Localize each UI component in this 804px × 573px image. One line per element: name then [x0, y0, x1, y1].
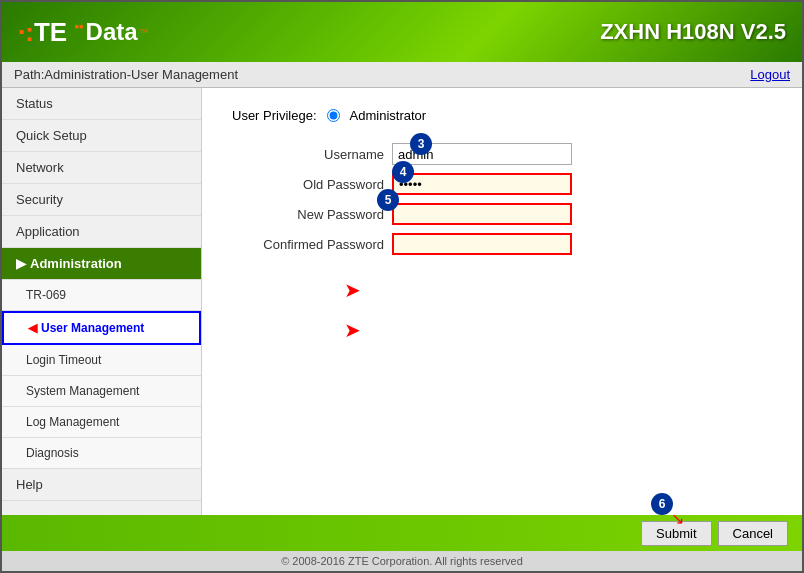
arrow-icon-2: ◀ — [28, 321, 37, 335]
sidebar-item-system-management[interactable]: System Management — [2, 376, 201, 407]
sidebar: Status Quick Setup Network Security Appl… — [2, 88, 202, 515]
sidebar-item-quick-setup[interactable]: Quick Setup — [2, 120, 201, 152]
path-bar: Path:Administration-User Management Logo… — [2, 62, 802, 88]
cancel-button[interactable]: Cancel — [718, 521, 788, 546]
user-privilege-row: User Privilege: Administrator — [232, 108, 772, 123]
form-container: 3 4 5 Username Old Password — [232, 143, 772, 255]
sidebar-item-log-management[interactable]: Log Management — [2, 407, 201, 438]
breadcrumb: Path:Administration-User Management — [14, 67, 238, 82]
old-password-row: Old Password — [232, 173, 772, 195]
new-password-input[interactable] — [392, 203, 572, 225]
arrow-to-admin: ➤ — [344, 278, 361, 302]
header: ·:TE ▪▪ Data ™ ZXHN H108N V2.5 — [2, 2, 802, 62]
annotation-5: 5 — [377, 189, 399, 211]
annotation-3: 3 — [410, 133, 432, 155]
annotation-4: 4 — [392, 161, 414, 183]
privilege-value: Administrator — [350, 108, 427, 123]
logo-data: Data — [86, 18, 138, 46]
arrow-to-user-mgmt: ➤ — [344, 318, 361, 342]
copyright-bar: © 2008-2016 ZTE Corporation. All rights … — [2, 551, 802, 571]
footer-buttons: 6 ↘ Submit Cancel — [641, 521, 788, 546]
old-password-input[interactable] — [392, 173, 572, 195]
annotation-6: 6 — [651, 493, 673, 515]
user-privilege-label: User Privilege: — [232, 108, 317, 123]
arrow-icon: ▶ — [16, 256, 26, 271]
footer: 6 ↘ Submit Cancel — [2, 515, 802, 551]
sidebar-item-administration[interactable]: ▶Administration — [2, 248, 201, 280]
confirmed-password-label: Confirmed Password — [232, 237, 392, 252]
username-label: Username — [232, 147, 392, 162]
main-window: ·:TE ▪▪ Data ™ ZXHN H108N V2.5 Path:Admi… — [0, 0, 804, 573]
header-title: ZXHN H108N V2.5 — [600, 19, 786, 45]
sidebar-item-user-management[interactable]: ◀User Management — [2, 311, 201, 345]
content-area: User Privilege: Administrator 3 4 5 — [202, 88, 802, 515]
sidebar-help: ? Help 👤👤👤 🔍 — [2, 501, 201, 515]
confirmed-password-input[interactable] — [392, 233, 572, 255]
logo: ·:TE ▪▪ Data ™ — [18, 17, 149, 48]
confirmed-password-row: Confirmed Password — [232, 233, 772, 255]
new-password-row: New Password — [232, 203, 772, 225]
username-row: Username — [232, 143, 772, 165]
new-password-label: New Password — [232, 207, 392, 222]
sidebar-item-login-timeout[interactable]: Login Timeout — [2, 345, 201, 376]
sidebar-item-tr069[interactable]: TR-069 — [2, 280, 201, 311]
sidebar-item-diagnosis[interactable]: Diagnosis — [2, 438, 201, 469]
sidebar-item-network[interactable]: Network — [2, 152, 201, 184]
logout-link[interactable]: Logout — [750, 67, 790, 82]
sidebar-item-security[interactable]: Security — [2, 184, 201, 216]
old-password-label: Old Password — [232, 177, 392, 192]
sidebar-item-status[interactable]: Status — [2, 88, 201, 120]
sidebar-item-help[interactable]: Help — [2, 469, 201, 501]
main-layout: Status Quick Setup Network Security Appl… — [2, 88, 802, 515]
admin-radio[interactable] — [327, 109, 340, 122]
arrow-to-submit: ↘ — [671, 509, 684, 528]
sidebar-item-application[interactable]: Application — [2, 216, 201, 248]
